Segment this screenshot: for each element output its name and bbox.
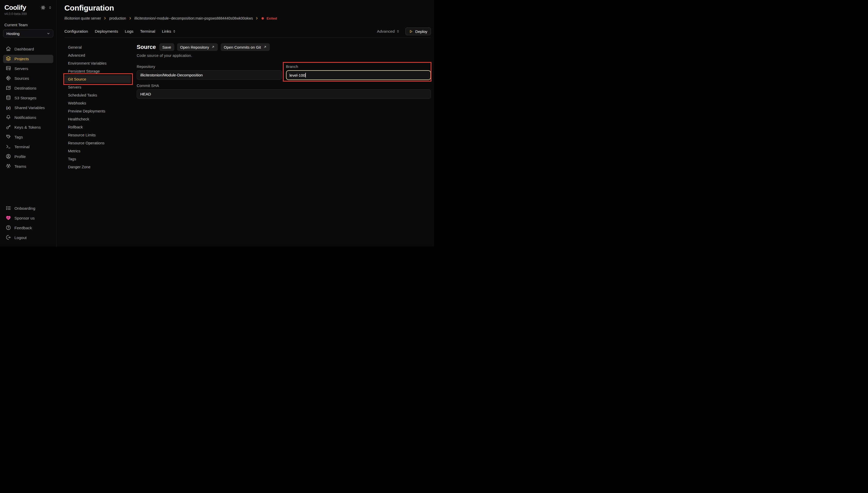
team-select[interactable]: Hosting — [3, 29, 53, 38]
subnav-item-general[interactable]: General — [64, 43, 131, 51]
subnav-item-tags[interactable]: Tags — [64, 155, 131, 163]
page-title: Configuration — [64, 4, 431, 12]
sidebar-item-feedback[interactable]: Feedback — [3, 224, 53, 232]
status-badge: Exited — [261, 17, 277, 20]
deploy-button[interactable]: Deploy — [405, 27, 431, 35]
status-label: Exited — [267, 17, 277, 20]
app-version: v4.0.0-beta.399 — [3, 12, 53, 16]
subnav-item-scheduled-tasks[interactable]: Scheduled Tasks — [64, 91, 131, 99]
sidebar-item-notifications[interactable]: Notifications — [3, 113, 53, 122]
tab-deployments[interactable]: Deployments — [95, 29, 118, 34]
subnav-item-webhooks[interactable]: Webhooks — [64, 99, 131, 107]
tab-links[interactable]: Links — [162, 29, 176, 34]
theme-toggle-sun-icon[interactable] — [41, 5, 46, 10]
advanced-menu[interactable]: Advanced — [377, 29, 400, 34]
sidebar-nav: Dashboard Projects Servers Sources Desti… — [3, 45, 53, 172]
tab-configuration[interactable]: Configuration — [64, 29, 88, 34]
theme-select-chevrons-icon[interactable] — [48, 6, 52, 9]
subnav-item-resource-operations[interactable]: Resource Operations — [64, 139, 131, 147]
sidebar-item-label: Tags — [15, 135, 23, 140]
git-source-panel: Source Save Open Repository Open Commits… — [137, 43, 431, 171]
subnav-item-danger-zone[interactable]: Danger Zone — [64, 163, 131, 171]
sidebar-item-sponsor-us[interactable]: Sponsor us — [3, 214, 53, 222]
play-icon — [409, 29, 413, 34]
sidebar-bottom-nav: Onboarding Sponsor us Feedback Logout — [3, 204, 53, 243]
commit-sha-field: Commit SHA — [137, 83, 431, 99]
subnav-item-rollback[interactable]: Rollback — [64, 123, 131, 131]
main-content: Configuration illicitonion quote server … — [57, 0, 434, 246]
tabbar-divider — [64, 38, 431, 38]
subnav-item-advanced[interactable]: Advanced — [64, 51, 131, 59]
sidebar-item-label: Dashboard — [15, 47, 34, 51]
sidebar-item-shared-variables[interactable]: (x) Shared Variables — [3, 104, 53, 112]
sidebar-item-label: Shared Variables — [15, 106, 45, 110]
repository-input[interactable] — [137, 70, 282, 80]
sidebar-item-onboarding[interactable]: Onboarding — [3, 204, 53, 213]
subnav-item-git-source[interactable]: Git Source — [64, 75, 131, 83]
open-repository-button[interactable]: Open Repository — [177, 43, 218, 51]
database-icon — [6, 95, 11, 101]
sidebar-item-destinations[interactable]: Destinations — [3, 84, 53, 92]
subnav-item-environment-variables[interactable]: Environment Variables — [64, 59, 131, 67]
sidebar-item-servers[interactable]: Servers — [3, 65, 53, 73]
breadcrumb-application[interactable]: illicitestonion/-module--decomposition:m… — [134, 16, 253, 20]
sidebar-item-terminal[interactable]: Terminal — [3, 143, 53, 151]
variable-icon: (x) — [6, 106, 11, 110]
open-commits-label: Open Commits on Git — [224, 45, 261, 49]
tab-links-label: Links — [162, 29, 171, 34]
terminal-icon — [6, 144, 11, 150]
commit-sha-input[interactable] — [137, 89, 431, 99]
subnav-item-resource-limits[interactable]: Resource Limits — [64, 131, 131, 139]
breadcrumb: illicitonion quote server production ill… — [64, 16, 431, 20]
chevron-down-icon — [46, 31, 50, 36]
repository-field: Repository — [137, 64, 282, 80]
team-select-value: Hosting — [6, 31, 20, 36]
sidebar-item-s3-storages[interactable]: S3 Storages — [3, 94, 53, 102]
sidebar-item-teams[interactable]: Teams — [3, 163, 53, 171]
branch-input[interactable]: level-100 — [286, 70, 431, 80]
branch-label: Branch — [286, 64, 431, 69]
sidebar-item-label: Keys & Tokens — [15, 125, 41, 130]
repository-label: Repository — [137, 64, 282, 69]
sidebar-item-tags[interactable]: Tags — [3, 133, 53, 141]
subnav-item-metrics[interactable]: Metrics — [64, 147, 131, 155]
sidebar-item-label: Teams — [15, 164, 26, 169]
chevron-right-icon — [103, 17, 107, 20]
help-circle-icon — [6, 225, 11, 231]
sidebar-item-label: Terminal — [15, 145, 29, 149]
sidebar-item-label: Projects — [15, 57, 29, 61]
breadcrumb-project[interactable]: illicitonion quote server — [64, 16, 101, 20]
source-header: Source Save Open Repository Open Commits… — [137, 43, 431, 51]
sidebar-item-label: S3 Storages — [15, 96, 36, 100]
log-out-icon — [6, 235, 11, 241]
chevrons-up-down-icon — [172, 29, 176, 33]
sidebar-item-sources[interactable]: Sources — [3, 74, 53, 83]
subnav-item-healthcheck[interactable]: Healthcheck — [64, 115, 131, 123]
sidebar-item-label: Logout — [15, 235, 26, 240]
open-commits-button[interactable]: Open Commits on Git — [220, 43, 270, 51]
map-icon — [6, 85, 11, 92]
subnav-item-preview-deployments[interactable]: Preview Deployments — [64, 107, 131, 115]
tab-logs[interactable]: Logs — [125, 29, 133, 34]
configuration-subnav: General Advanced Environment Variables P… — [64, 43, 131, 171]
subnav-item-persistent-storage[interactable]: Persistent Storage — [64, 67, 131, 75]
sidebar-item-label: Servers — [15, 66, 28, 71]
current-team-label: Current Team — [3, 23, 53, 27]
save-button[interactable]: Save — [159, 43, 174, 51]
sidebar-item-projects[interactable]: Projects — [3, 55, 53, 63]
sidebar-item-keys-tokens[interactable]: Keys & Tokens — [3, 123, 53, 131]
deploy-label: Deploy — [415, 29, 427, 34]
sidebar-item-profile[interactable]: Profile — [3, 153, 53, 161]
sidebar-item-dashboard[interactable]: Dashboard — [3, 45, 53, 53]
sidebar-item-label: Sponsor us — [15, 216, 35, 220]
user-circle-icon — [6, 154, 11, 160]
coolify-app: Coolify v4.0.0-beta.399 Current Team Hos… — [0, 0, 434, 246]
git-diamond-icon — [6, 76, 11, 82]
app-logo: Coolify — [4, 4, 26, 12]
sidebar-item-logout[interactable]: Logout — [3, 234, 53, 242]
bell-icon — [6, 114, 11, 121]
breadcrumb-environment[interactable]: production — [109, 16, 126, 20]
sidebar-item-label: Destinations — [15, 86, 36, 90]
tab-terminal[interactable]: Terminal — [140, 29, 155, 34]
subnav-item-servers[interactable]: Servers — [64, 83, 131, 91]
